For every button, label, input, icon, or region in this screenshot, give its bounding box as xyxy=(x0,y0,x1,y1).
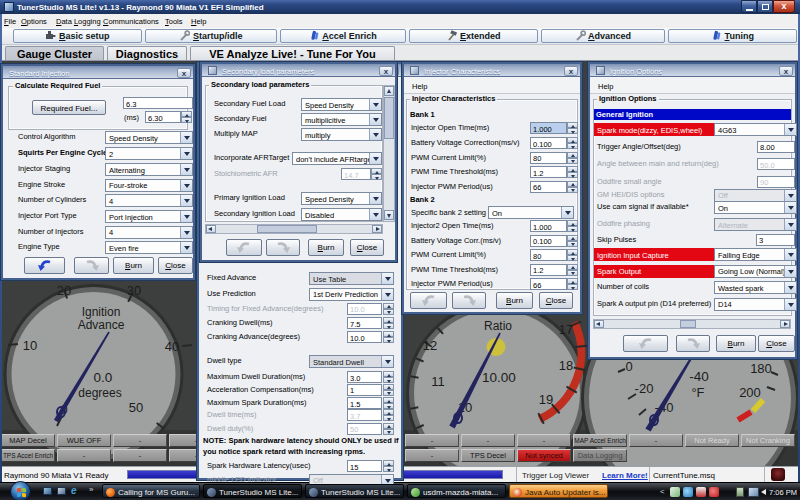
svg-text:40: 40 xyxy=(165,339,179,354)
svg-text:10: 10 xyxy=(23,338,37,353)
svg-text:0.0: 0.0 xyxy=(94,370,113,385)
svg-text:-40: -40 xyxy=(689,369,709,384)
svg-text:10.00: 10.00 xyxy=(482,370,516,385)
svg-text:12: 12 xyxy=(423,338,437,353)
svg-text:18: 18 xyxy=(559,358,573,373)
svg-text:200: 200 xyxy=(739,385,761,400)
svg-text:19: 19 xyxy=(539,392,553,407)
svg-text:30: 30 xyxy=(127,283,141,298)
svg-text:°F: °F xyxy=(691,385,704,400)
svg-text:50: 50 xyxy=(129,400,143,415)
svg-text:0: 0 xyxy=(625,359,632,374)
svg-text:17: 17 xyxy=(559,322,573,337)
svg-text:Ignition: Ignition xyxy=(82,305,121,319)
svg-text:180: 180 xyxy=(750,361,772,376)
svg-text:Advance: Advance xyxy=(78,318,125,332)
svg-text:-20: -20 xyxy=(635,381,654,396)
svg-text:11: 11 xyxy=(431,374,445,389)
svg-text:20: 20 xyxy=(57,283,71,298)
svg-text:Ratio: Ratio xyxy=(484,319,512,333)
svg-text:degrees: degrees xyxy=(78,386,121,400)
